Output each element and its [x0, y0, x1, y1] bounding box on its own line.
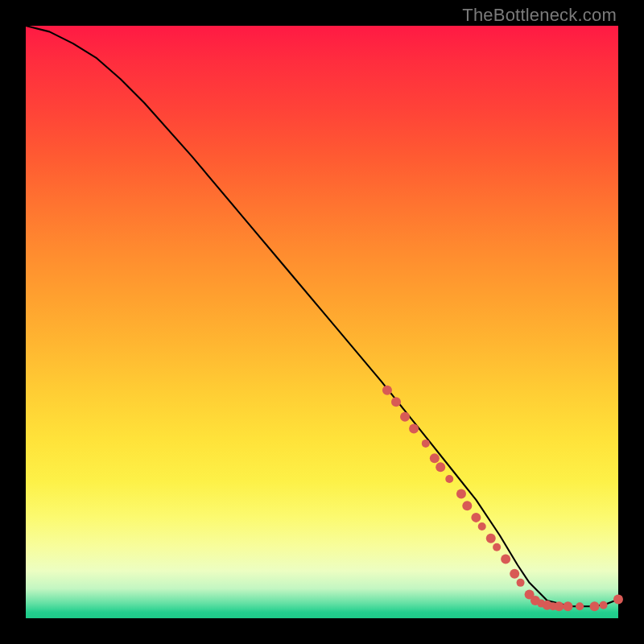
data-point: [600, 601, 608, 609]
data-point: [422, 440, 430, 448]
data-point: [382, 386, 392, 395]
data-point: [462, 501, 472, 510]
data-point: [430, 453, 440, 463]
data-point: [613, 594, 623, 604]
data-point: [517, 579, 525, 587]
data-point-markers: [382, 386, 623, 612]
data-point: [510, 569, 519, 579]
chart-overlay-svg: [26, 26, 618, 618]
data-point: [400, 412, 410, 422]
data-point: [493, 543, 501, 551]
data-point: [471, 513, 481, 522]
data-point: [478, 522, 486, 530]
data-point: [590, 601, 600, 611]
data-point: [409, 423, 419, 433]
chart-stage: TheBottleneck.com: [0, 0, 644, 644]
data-point: [445, 475, 453, 483]
data-point: [554, 601, 564, 611]
watermark-text: TheBottleneck.com: [462, 5, 617, 26]
data-point: [391, 397, 401, 407]
data-point: [563, 601, 572, 611]
data-point: [501, 554, 510, 564]
data-point: [486, 534, 496, 543]
data-point: [576, 602, 584, 610]
bottleneck-curve: [26, 26, 618, 606]
data-point: [436, 462, 445, 472]
data-point: [456, 489, 466, 498]
